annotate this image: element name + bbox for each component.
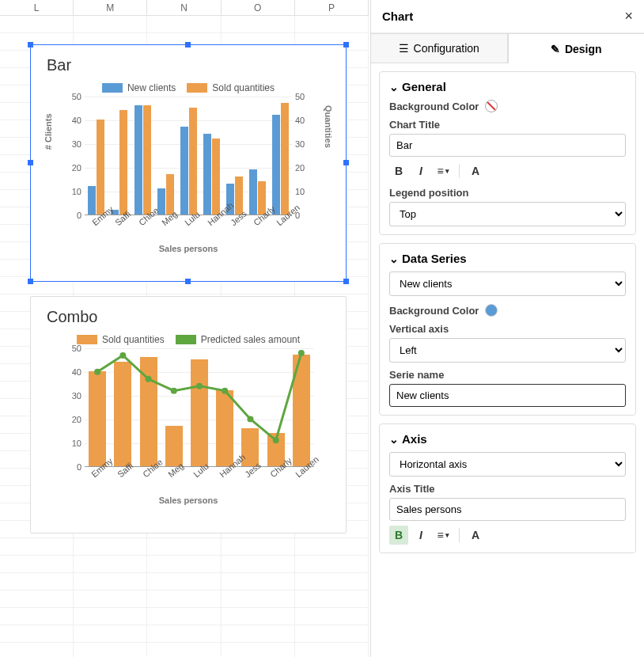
chart-plot-area: 01020304050 EmmySaffiChloeMegLuluHannahJ…: [47, 348, 330, 467]
legend-label: Predicted sales amount: [201, 334, 300, 345]
section-data-series: Data Series New clients Background Color…: [379, 243, 636, 416]
vaxis-label: Vertical axis: [389, 323, 626, 335]
axis-select[interactable]: Horizontal axis: [389, 452, 626, 477]
tab-label: Configuration: [414, 42, 479, 55]
resize-handle[interactable]: [185, 279, 191, 284]
col-header[interactable]: L: [0, 0, 74, 15]
sliders-icon: ☰: [399, 42, 409, 55]
series-select[interactable]: New clients: [389, 272, 626, 296]
y-axis-label: # Clients: [44, 113, 53, 150]
chart-combo[interactable]: Combo Sold quantities Predicted sales am…: [30, 296, 347, 534]
axis-title-input[interactable]: [389, 498, 626, 521]
chart-plot-area: # Clients Quantities 01020304050 0102030…: [47, 97, 330, 215]
panel-body: General Background Color Chart Title B I…: [371, 63, 644, 657]
resize-handle[interactable]: [343, 279, 349, 284]
col-header[interactable]: M: [74, 0, 147, 15]
serie-name-label: Serie name: [389, 369, 626, 381]
chart-title: Combo: [31, 297, 346, 331]
chart-bar[interactable]: Bar New clients Sold quantities # Client…: [30, 44, 347, 282]
chart-title-label: Chart Title: [389, 119, 626, 131]
bold-button[interactable]: B: [389, 161, 408, 180]
section-toggle[interactable]: Data Series: [389, 252, 626, 265]
text-format-toolbar: B I ≡▾ A: [389, 526, 626, 545]
legend-pos-select[interactable]: Top: [389, 202, 626, 226]
resize-handle[interactable]: [28, 279, 33, 284]
col-header[interactable]: O: [222, 0, 295, 15]
legend-label: New clients: [127, 82, 176, 93]
italic-button[interactable]: I: [411, 161, 430, 180]
column-headers: L M N O P: [0, 0, 369, 16]
col-header[interactable]: N: [147, 0, 221, 15]
y2-axis-label: Quantities: [324, 105, 333, 148]
align-button[interactable]: ≡▾: [434, 526, 453, 545]
chart-side-panel: Chart × ☰ Configuration ✎ Design General…: [370, 0, 644, 657]
text-format-toolbar: B I ≡▾ A: [389, 161, 626, 180]
svg-point-1: [119, 352, 126, 359]
resize-handle[interactable]: [343, 42, 349, 47]
text-color-button[interactable]: A: [466, 161, 485, 180]
italic-button[interactable]: I: [411, 526, 430, 545]
panel-header: Chart ×: [371, 0, 644, 33]
legend-pos-label: Legend position: [389, 187, 626, 199]
color-chip-blue[interactable]: [485, 304, 498, 317]
section-axis: Axis Horizontal axis Axis Title B I ≡▾ A: [379, 423, 636, 553]
tab-design[interactable]: ✎ Design: [508, 33, 645, 63]
text-color-button[interactable]: A: [466, 526, 485, 545]
col-header[interactable]: P: [295, 0, 369, 15]
section-toggle[interactable]: Axis: [389, 432, 626, 446]
close-icon[interactable]: ×: [624, 8, 633, 25]
tab-label: Design: [565, 43, 602, 55]
series-bg-label: Background Color: [389, 305, 479, 317]
panel-title: Chart: [382, 9, 413, 23]
resize-handle[interactable]: [185, 42, 191, 47]
resize-handle[interactable]: [28, 160, 33, 165]
chart-title: Bar: [31, 45, 346, 79]
resize-handle[interactable]: [28, 42, 33, 47]
color-chip-none[interactable]: [485, 100, 498, 112]
bold-button[interactable]: B: [389, 526, 408, 545]
vaxis-select[interactable]: Left: [389, 338, 626, 363]
legend-label: Sold quantities: [212, 82, 275, 93]
tab-configuration[interactable]: ☰ Configuration: [371, 33, 508, 63]
section-general: General Background Color Chart Title B I…: [379, 71, 636, 235]
resize-handle[interactable]: [343, 160, 349, 165]
svg-point-3: [171, 388, 177, 394]
align-button[interactable]: ≡▾: [434, 161, 453, 180]
spreadsheet-grid[interactable]: L M N O P Bar New clients Sold quantitie…: [0, 0, 369, 657]
serie-name-input[interactable]: [389, 384, 626, 407]
legend-label: Sold quantities: [102, 334, 165, 345]
x-axis-label: Sales persons: [31, 244, 346, 253]
section-toggle[interactable]: General: [389, 80, 626, 93]
brush-icon: ✎: [551, 43, 560, 55]
bg-color-label: Background Color: [389, 101, 479, 112]
chart-title-input[interactable]: [389, 134, 626, 157]
axis-title-label: Axis Title: [389, 483, 626, 495]
x-axis-label: Sales persons: [31, 496, 346, 505]
panel-tabs: ☰ Configuration ✎ Design: [371, 33, 644, 63]
